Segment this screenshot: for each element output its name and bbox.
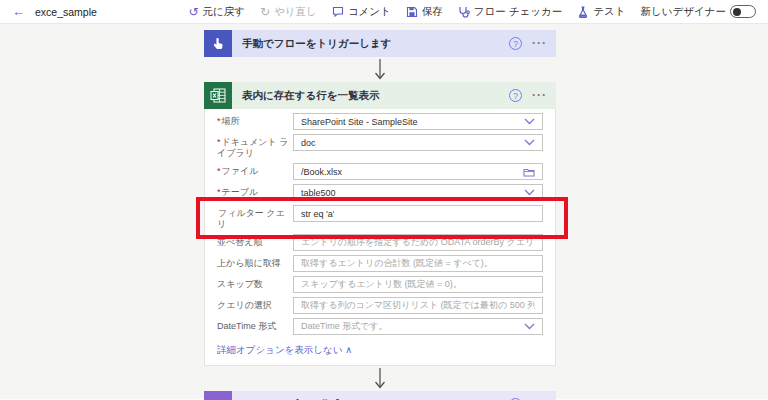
undo-label: 元に戻す <box>203 5 246 19</box>
undo-button[interactable]: ↺ 元に戻す <box>189 5 246 19</box>
field-label: ファイル <box>222 166 259 176</box>
connector-arrow <box>204 366 556 391</box>
field-file: *ファイル /Book.xlsx <box>217 163 543 180</box>
redo-button[interactable]: ↻ やり直し <box>260 5 317 19</box>
comment-button[interactable]: コメント <box>332 5 391 19</box>
required-star: * <box>217 166 221 176</box>
titlebar: ← exce_sample ↺ 元に戻す ↻ やり直し コメント 保存 フロー … <box>0 0 768 24</box>
field-label: 上から順に取得 <box>217 258 281 268</box>
trigger-card-title: 手動でフローをトリガーします <box>242 37 391 51</box>
location-input[interactable]: SharePoint Site - SampleSite <box>293 113 543 130</box>
flow-checker-label: フロー チェッカー <box>474 5 562 19</box>
back-arrow-icon[interactable]: ← <box>12 4 25 19</box>
flow-title: exce_sample <box>35 6 97 18</box>
document-library-input[interactable]: doc <box>293 134 543 151</box>
hide-advanced-options-link[interactable]: 詳細オプションを表示しない ∧ <box>217 339 352 360</box>
required-star: * <box>217 137 221 147</box>
chevron-down-icon[interactable] <box>520 118 535 125</box>
order-by-input[interactable]: エントリの順序を指定するための ODATA orderBy クエリ。 <box>293 234 543 251</box>
excel-card-header[interactable]: 表内に存在する行を一覧表示 ? ··· <box>204 82 556 109</box>
save-label: 保存 <box>422 5 443 19</box>
toolbar: ↺ 元に戻す ↻ やり直し コメント 保存 フロー チェッカー テスト 新しいデ… <box>189 5 757 19</box>
redo-label: やり直し <box>274 5 317 19</box>
connector-arrow <box>204 57 556 82</box>
comment-icon <box>332 6 344 18</box>
required-star: * <box>217 187 221 197</box>
skip-count-input[interactable]: スキップするエントリ数 (既定値 = 0)。 <box>293 276 543 293</box>
toggle-switch[interactable] <box>730 5 756 18</box>
field-order-by: 並べ替え順 エントリの順序を指定するための ODATA orderBy クエリ。 <box>217 234 543 251</box>
file-input[interactable]: /Book.xlsx <box>293 163 543 180</box>
filter-query-input[interactable]: str eq 'a' <box>293 205 543 222</box>
field-label: フィルター クエリ <box>217 208 285 229</box>
help-icon[interactable]: ? <box>509 89 522 102</box>
flow-checker-button[interactable]: フロー チェッカー <box>458 5 562 19</box>
field-label: テーブル <box>222 187 259 197</box>
trigger-card: 手動でフローをトリガーします ? ··· <box>204 30 556 57</box>
undo-icon: ↺ <box>189 6 199 18</box>
menu-ellipsis-icon[interactable]: ··· <box>532 40 547 47</box>
field-top-count: 上から順に取得 取得するエントリの合計数 (既定値 = すべて)。 <box>217 255 543 272</box>
new-designer-label: 新しいデザイナー <box>641 5 726 19</box>
excel-card-title: 表内に存在する行を一覧表示 <box>242 89 379 103</box>
comment-label: コメント <box>348 5 391 19</box>
field-label: ドキュメント ライブラリ <box>217 137 289 158</box>
excel-card-body: *場所 SharePoint Site - SampleSite *ドキュメント… <box>204 109 556 366</box>
toggle-knob <box>733 8 741 16</box>
save-button[interactable]: 保存 <box>406 5 443 19</box>
csv-card-header[interactable]: {v} CSV テーブルの作成 ? ··· <box>204 391 556 400</box>
field-label: DateTime 形式 <box>217 321 276 331</box>
field-label: 並べ替え順 <box>217 237 262 247</box>
select-query-input[interactable]: 取得する列のコンマ区切りリスト (既定では最初の 500 列)。 <box>293 297 543 314</box>
new-designer-toggle-group: 新しいデザイナー <box>641 5 756 19</box>
csv-action-card: {v} CSV テーブルの作成 ? ··· <box>204 391 556 400</box>
csv-braces-icon: {v} <box>204 391 232 400</box>
trigger-card-header[interactable]: 手動でフローをトリガーします ? ··· <box>204 30 556 57</box>
flow-canvas: 手動でフローをトリガーします ? ··· 表内に存在する行を一覧表示 ? ··· <box>0 24 768 399</box>
chevron-down-icon[interactable] <box>520 139 535 146</box>
excel-action-card: 表内に存在する行を一覧表示 ? ··· *場所 SharePoint Site … <box>204 82 556 366</box>
excel-icon <box>204 82 232 109</box>
menu-ellipsis-icon[interactable]: ··· <box>532 92 547 99</box>
top-count-input[interactable]: 取得するエントリの合計数 (既定値 = すべて)。 <box>293 255 543 272</box>
field-select-query: クエリの選択 取得する列のコンマ区切りリスト (既定では最初の 500 列)。 <box>217 297 543 314</box>
field-table: *テーブル table500 <box>217 184 543 201</box>
test-icon <box>577 6 589 18</box>
chevron-down-icon[interactable] <box>520 189 535 196</box>
field-document-library: *ドキュメント ライブラリ doc <box>217 134 543 159</box>
save-icon <box>406 6 418 18</box>
redo-icon: ↻ <box>260 6 270 18</box>
field-skip-count: スキップ数 スキップするエントリ数 (既定値 = 0)。 <box>217 276 543 293</box>
test-label: テスト <box>593 5 625 19</box>
flow-checker-icon <box>458 6 470 18</box>
folder-picker-icon[interactable] <box>519 167 535 177</box>
datetime-format-input[interactable]: DateTime 形式です。 <box>293 318 543 335</box>
field-location: *場所 SharePoint Site - SampleSite <box>217 113 543 130</box>
field-filter-query: フィルター クエリ str eq 'a' <box>217 205 543 230</box>
field-label: 場所 <box>222 116 240 126</box>
chevron-down-icon[interactable] <box>520 323 535 330</box>
test-button[interactable]: テスト <box>577 5 625 19</box>
field-label: クエリの選択 <box>217 300 272 310</box>
field-datetime-format: DateTime 形式 DateTime 形式です。 <box>217 318 543 335</box>
field-label: スキップ数 <box>217 279 263 289</box>
manual-trigger-hand-icon <box>204 30 232 57</box>
required-star: * <box>217 116 221 126</box>
help-icon[interactable]: ? <box>509 37 522 50</box>
table-input[interactable]: table500 <box>293 184 543 201</box>
